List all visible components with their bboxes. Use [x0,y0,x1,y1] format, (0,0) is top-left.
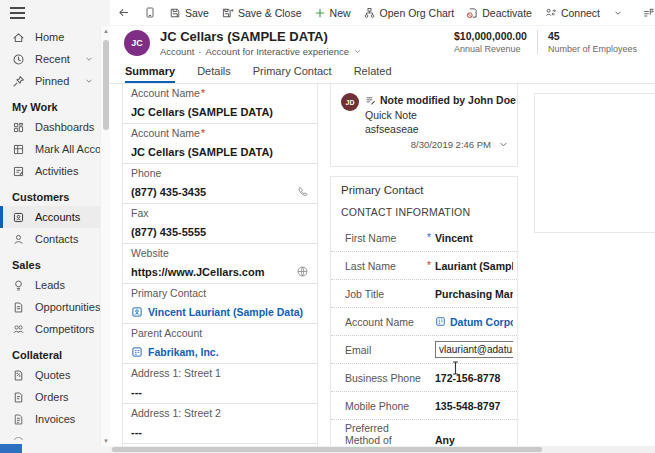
field-value[interactable]: 135-548-8797 [435,400,513,412]
field-value[interactable]: JC Cellars (SAMPLE DATA) [131,106,309,118]
button-label: New [330,7,351,19]
parent-account-link[interactable]: Fabrikam, Inc. [131,346,309,358]
account-avatar: JC [124,30,150,56]
sidebar-item-quotes[interactable]: Quotes [0,364,100,386]
email-input[interactable] [435,341,513,358]
field-row-parent-account: Parent Account Fabrikam, Inc. [123,324,317,364]
open-org-chart-button[interactable]: Open Org Chart [357,0,461,26]
field-label: Last Name [345,260,423,272]
save-and-close-button[interactable]: Save & Close [215,0,308,26]
back-button[interactable] [110,0,137,26]
area-switcher-button[interactable] [0,444,22,453]
sidebar-item-accounts[interactable]: Accounts [0,206,100,228]
horizontal-scrollbar-thumb[interactable] [112,447,542,452]
form-name-label[interactable]: Account for Interactive experience [206,46,350,57]
field-value[interactable]: Vincent [435,232,513,244]
sidebar-item-label: Invoices [35,413,75,425]
phone-icon[interactable] [296,185,309,198]
link-text: Vincent Lauriant (Sample Data) [148,306,303,318]
sidebar-item-pinned[interactable]: Pinned [0,70,100,92]
field-label: Address 1: Street 1 [131,367,221,379]
field-label: Address 1: Street 2 [131,407,221,419]
field-row-fax: Fax (877) 435-5555 [123,204,317,244]
sidebar-item-leads[interactable]: Leads [0,274,100,296]
new-button[interactable]: New [308,0,357,26]
sidebar-item-activities[interactable]: Activities [0,160,100,182]
field-value[interactable]: Purchasing Manage [435,288,513,300]
chevron-down-icon[interactable] [84,54,94,64]
activities-icon [12,165,25,178]
sidebar-scrollbar-thumb[interactable] [103,40,109,130]
section-label: My Work [12,101,58,113]
back-arrow-icon [117,6,130,19]
dashboard-icon [12,121,25,134]
button-label: Save & Close [238,7,302,19]
sidebar-item-label: Home [35,31,64,43]
note-timestamp: 8/30/2019 2:46 PM [411,139,491,150]
tablet-icon [144,6,156,19]
tab-details[interactable]: Details [197,65,231,83]
tab-primary-contact[interactable]: Primary Contact [253,65,332,83]
field-value[interactable]: (877) 435-5555 [131,226,309,238]
note-expand-chevron-icon[interactable] [498,139,509,150]
sidebar-item-home[interactable]: Home [0,26,100,48]
chevron-down-icon[interactable] [353,47,362,56]
sidebar-item-opportunities[interactable]: Opportunities [0,296,100,318]
required-marker: * [423,260,435,271]
add-to-marketing-list-button[interactable]: Add to Marketing List [636,0,655,26]
connect-icon [544,7,557,19]
primary-contact-link[interactable]: Vincent Lauriant (Sample Data) [131,306,309,318]
horizontal-scrollbar[interactable] [110,446,655,453]
field-label: Primary Contact [131,287,206,299]
sidebar-item-label: Leads [35,279,65,291]
sidebar-section-collateral: Collateral [0,340,100,364]
save-button[interactable]: Save [163,0,215,26]
sidebar-item-contacts[interactable]: Contacts [0,228,100,250]
sidebar-item-invoices[interactable]: Invoices [0,408,100,430]
deactivate-button[interactable]: Deactivate [460,0,538,26]
field-value[interactable]: Any [435,434,513,446]
field-value[interactable]: Lauriant (Sample Da [435,260,513,272]
pc-row-last-name: Last Name * Lauriant (Sample Da [331,252,517,280]
note-subject: Quick Note [365,109,417,121]
field-value[interactable]: --- [131,386,309,398]
sidebar-item-label: Pinned [35,75,69,87]
section-label: Customers [12,191,69,203]
sidebar-item-recent[interactable]: Recent [0,48,100,70]
tab-related[interactable]: Related [354,65,392,83]
chevron-down-icon[interactable] [84,76,94,86]
field-row-account-name-1: Account Name* JC Cellars (SAMPLE DATA) [123,84,317,124]
field-label: Business Phone [345,372,423,384]
timeline-note-card[interactable]: JD Note modified by John Doe Quick Note … [330,84,518,167]
field-value[interactable]: https://www.JCellars.com [131,266,309,278]
connect-button[interactable]: Connect [538,0,606,26]
connect-dropdown-button[interactable] [606,0,630,26]
sidebar-item-label: Accounts [35,211,80,223]
field-value[interactable]: --- [131,426,309,438]
quotes-icon [12,369,25,382]
field-value[interactable]: 172-156-8778 [435,372,513,384]
field-row-primary-contact: Primary Contact Vincent Lauriant (Sample… [123,284,317,324]
field-value[interactable]: (877) 435-3435 [131,186,309,198]
field-value[interactable]: JC Cellars (SAMPLE DATA) [131,146,309,158]
sidebar-item-mark-all-accounts[interactable]: Mark All Accounts [0,138,100,160]
pc-row-job-title: Job Title Purchasing Manage [331,280,517,308]
field-label: Account Name [131,87,200,99]
section-label: Collateral [12,349,62,361]
site-map-sidebar: Home Recent Pinned My Work Dashboards Ma… [0,0,110,453]
sidebar-item-competitors[interactable]: Competitors [0,318,100,340]
hamburger-menu-icon[interactable] [10,7,25,19]
competitors-icon [12,323,25,336]
sidebar-scrollbar[interactable]: ▲ ▼ [100,26,110,446]
account-name-link[interactable]: Datum Corporat [435,316,513,328]
form-selector-button[interactable] [137,0,163,26]
note-body: asfseaseae [365,123,419,135]
tab-summary[interactable]: Summary [125,65,175,83]
sidebar-item-orders[interactable]: Orders [0,386,100,408]
globe-icon[interactable] [296,265,309,278]
header-stats: $10,000,000.00 Annual Revenue 45 Number … [444,30,647,54]
chevron-down-icon [613,8,623,18]
command-bar: Save Save & Close New Open Org Chart Dea… [110,0,655,26]
sidebar-item-dashboards[interactable]: Dashboards [0,116,100,138]
button-label: Deactivate [482,7,532,19]
